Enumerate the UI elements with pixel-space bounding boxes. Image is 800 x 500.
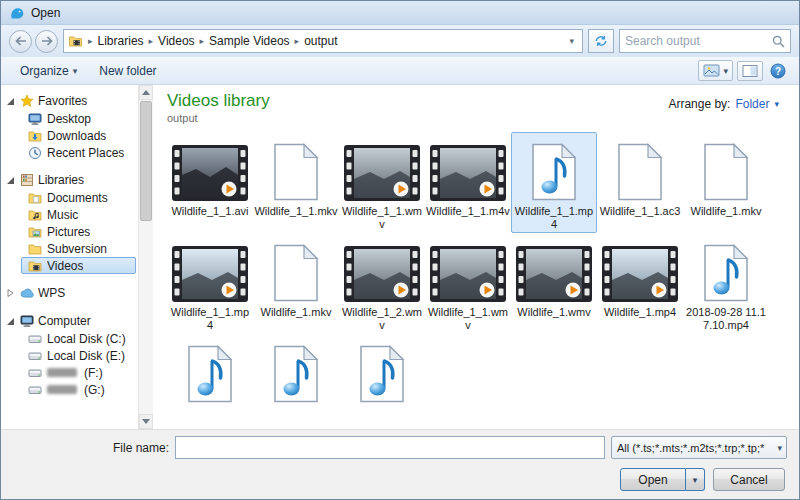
file-item-wildlife-1-mkv[interactable]: Wildlife_1.mkv xyxy=(683,132,769,233)
refresh-icon xyxy=(594,35,608,47)
sidebar-item-local-disk-e[interactable]: Local Disk (E:) xyxy=(1,347,138,364)
open-button[interactable]: Open xyxy=(620,468,686,491)
document-icon xyxy=(273,238,319,302)
refresh-button[interactable] xyxy=(588,29,614,53)
cloud-icon xyxy=(20,286,34,300)
computer-icon xyxy=(20,314,34,328)
sidebar-item-documents[interactable]: Documents xyxy=(1,189,138,206)
open-dropdown-button[interactable]: ▾ xyxy=(686,468,705,491)
media-doc-icon xyxy=(703,238,749,302)
sidebar-item-downloads[interactable]: Downloads xyxy=(1,127,138,144)
sidebar-item-desktop[interactable]: Desktop xyxy=(1,110,138,127)
open-split-button: Open ▾ xyxy=(620,468,705,491)
sidebar-group-favorites[interactable]: Favorites xyxy=(1,91,138,110)
libraries-icon xyxy=(20,173,34,187)
sidebar-item-subversion[interactable]: Subversion xyxy=(1,240,138,257)
music-icon xyxy=(28,208,42,222)
file-item-wildlife-1-1-ac3[interactable]: Wildlife_1_1.ac3 xyxy=(597,132,683,233)
svg-text:?: ? xyxy=(775,65,781,76)
file-item-wildlife-1-1-mp4[interactable]: Wildlife_1_1.mp4 xyxy=(167,233,253,334)
file-item-wildlife-1-1-avi[interactable]: Wildlife_1_1.avi xyxy=(167,132,253,233)
address-dropdown-icon[interactable]: ▾ xyxy=(565,36,578,46)
sidebar-item-videos[interactable]: Videos xyxy=(21,257,136,274)
forward-button[interactable] xyxy=(35,30,58,53)
sidebar-scrollbar[interactable] xyxy=(138,85,153,429)
file-name-text: Wildlife_1_1.wmv xyxy=(426,306,510,332)
breadcrumb-item-output[interactable]: output xyxy=(302,33,339,49)
sidebar-group-label: Favorites xyxy=(38,94,87,108)
sidebar-item-g[interactable]: (G:) xyxy=(1,381,138,398)
scroll-up-icon[interactable] xyxy=(139,85,153,100)
file-item[interactable] xyxy=(167,334,253,410)
video-thumb-icon xyxy=(172,238,248,302)
sidebar-group-libraries[interactable]: Libraries xyxy=(1,170,138,189)
breadcrumb-item-videos[interactable]: Videos xyxy=(156,33,196,49)
arrange-by-value[interactable]: Folder xyxy=(735,97,769,111)
cancel-button[interactable]: Cancel xyxy=(713,468,785,491)
chevron-down-icon: ▾ xyxy=(73,66,78,76)
file-item-wildlife-1-2-wmv[interactable]: Wildlife_1_2.wmv xyxy=(339,233,425,334)
change-view-button[interactable]: ▾ xyxy=(698,60,733,81)
arrange-by[interactable]: Arrange by: Folder ▾ xyxy=(668,97,779,111)
open-dialog-window: Open ▸Libraries▸Videos▸Sample Videos▸out… xyxy=(0,0,800,500)
breadcrumb-chevron-icon: ▸ xyxy=(85,36,96,46)
address-bar[interactable]: ▸Libraries▸Videos▸Sample Videos▸output ▾ xyxy=(63,29,583,53)
search-box xyxy=(619,29,791,53)
file-browser-main: Videos library output Arrange by: Folder… xyxy=(153,85,799,429)
file-item-wildlife-1-1-wmv[interactable]: Wildlife_1_1.wmv xyxy=(339,132,425,233)
file-item-wildlife-1-1-m4v[interactable]: Wildlife_1_1.m4v xyxy=(425,132,511,233)
sidebar-item-pictures[interactable]: Pictures xyxy=(1,223,138,240)
file-type-dropdown[interactable]: All (*.ts;*.mts;*.m2ts;*.trp;*.tp;* ▾ xyxy=(611,436,787,459)
breadcrumb-item-libraries[interactable]: Libraries xyxy=(96,33,146,49)
sidebar-item-f[interactable]: (F:) xyxy=(1,364,138,381)
file-item-2018-09-28-11-17-10-mp4[interactable]: 2018-09-28 11.17.10.mp4 xyxy=(683,233,769,334)
chevron-down-icon: ▾ xyxy=(723,66,728,76)
play-badge-icon xyxy=(480,283,495,298)
file-item-wildlife-1-mkv[interactable]: Wildlife_1.mkv xyxy=(253,233,339,334)
back-button[interactable] xyxy=(9,30,32,53)
preview-pane-icon xyxy=(742,64,758,78)
new-folder-button[interactable]: New folder xyxy=(90,60,165,82)
file-name-text: Wildlife_1_1.ac3 xyxy=(598,205,682,218)
file-item-wildlife-1-wmv[interactable]: Wildlife_1.wmv xyxy=(511,233,597,334)
media-doc-icon xyxy=(273,339,319,403)
sidebar-item-label: (G:) xyxy=(84,383,105,397)
organize-label: Organize xyxy=(20,64,69,78)
search-input[interactable] xyxy=(625,34,768,48)
drive-icon xyxy=(28,383,42,397)
file-item[interactable] xyxy=(339,334,425,410)
file-item-wildlife-1-1-mp4[interactable]: Wildlife_1_1.mp4 xyxy=(511,132,597,233)
sidebar-item-label: Subversion xyxy=(47,242,107,256)
breadcrumb-item-sample-videos[interactable]: Sample Videos xyxy=(207,33,292,49)
recent-places-icon xyxy=(28,146,42,160)
preview-pane-button[interactable] xyxy=(737,61,763,81)
file-name-input[interactable] xyxy=(175,436,605,459)
expander-expanded-icon xyxy=(4,174,16,186)
document-icon xyxy=(273,137,319,201)
scrollbar-thumb[interactable] xyxy=(140,101,152,221)
file-name-text: Wildlife_1_1.mp4 xyxy=(512,205,596,231)
scroll-down-icon[interactable] xyxy=(139,414,153,429)
sidebar-item-music[interactable]: Music xyxy=(1,206,138,223)
documents-icon xyxy=(28,191,42,205)
drive-icon xyxy=(28,332,42,346)
video-thumb-icon xyxy=(430,137,506,201)
titlebar[interactable]: Open xyxy=(1,1,799,25)
file-type-value: All (*.ts;*.mts;*.m2ts;*.trp;*.tp;* xyxy=(617,442,775,454)
file-item-wildlife-1-1-mkv[interactable]: Wildlife_1_1.mkv xyxy=(253,132,339,233)
sidebar-item-local-disk-c[interactable]: Local Disk (C:) xyxy=(1,330,138,347)
file-item[interactable] xyxy=(253,334,339,410)
file-item-wildlife-1-1-wmv[interactable]: Wildlife_1_1.wmv xyxy=(425,233,511,334)
pictures-icon xyxy=(28,225,42,239)
organize-button[interactable]: Organize ▾ xyxy=(11,60,86,82)
file-item-wildlife-1-mp4[interactable]: Wildlife_1.mp4 xyxy=(597,233,683,334)
sidebar-item-recent-places[interactable]: Recent Places xyxy=(1,144,138,161)
sidebar-group-computer[interactable]: Computer xyxy=(1,311,138,330)
document-icon xyxy=(617,137,663,201)
sidebar-group-wps[interactable]: WPS xyxy=(1,283,138,302)
sidebar-item-label: Desktop xyxy=(47,112,91,126)
help-button[interactable]: ? xyxy=(767,60,789,82)
play-badge-icon xyxy=(480,182,495,197)
file-name-label: File name: xyxy=(113,441,169,455)
sidebar-group: FavoritesDesktopDownloadsRecent Places xyxy=(1,91,138,161)
